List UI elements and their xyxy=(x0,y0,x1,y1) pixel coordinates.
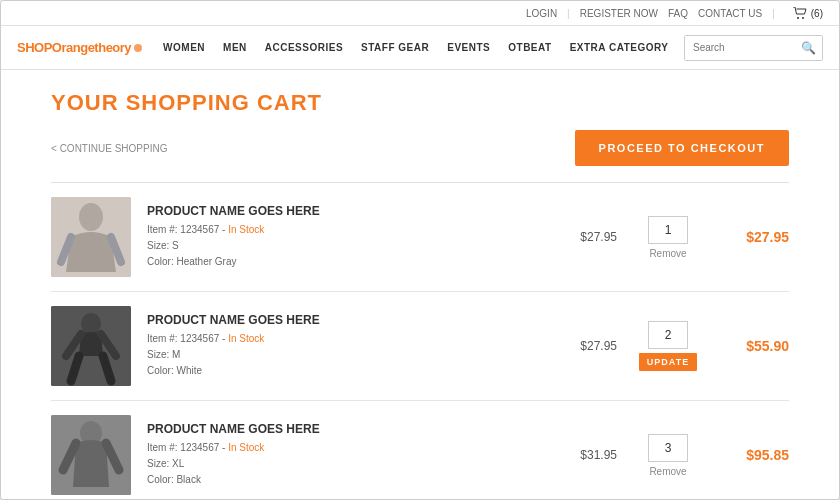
item-meta-1: Item #: 1234567 - In Stock Size: S Color… xyxy=(147,222,541,270)
nav-otbeat[interactable]: OTBEAT xyxy=(508,42,551,53)
logo-brand: Orangetheory xyxy=(52,40,131,55)
product-image-2 xyxy=(51,306,131,386)
item-size-1: Size: S xyxy=(147,238,541,254)
logo-text: SHOPOrangetheory xyxy=(17,40,131,55)
item-details-2: PRODUCT NAME GOES HERE Item #: 1234567 -… xyxy=(147,313,541,379)
qty-input-1[interactable] xyxy=(648,216,688,244)
search-button[interactable]: 🔍 xyxy=(795,36,822,60)
item-meta-3: Item #: 1234567 - In Stock Size: XL Colo… xyxy=(147,440,541,488)
qty-input-2[interactable] xyxy=(648,321,688,349)
update-button-2[interactable]: UPDATE xyxy=(639,353,697,371)
product-silhouette-2 xyxy=(51,306,131,386)
nav-women[interactable]: WOMEN xyxy=(163,42,205,53)
item-price-2: $27.95 xyxy=(557,339,617,353)
item-qty-area-3: Remove xyxy=(633,434,703,477)
main-content: YOUR SHOPPING CART CONTINUE SHOPPING PRO… xyxy=(1,70,839,499)
in-stock-1: In Stock xyxy=(228,224,264,235)
svg-point-1 xyxy=(802,17,804,19)
nav-events[interactable]: EVENTS xyxy=(447,42,490,53)
table-row: PRODUCT NAME GOES HERE Item #: 1234567 -… xyxy=(51,183,789,292)
nav-extra-category[interactable]: EXTRA CATEGORY xyxy=(570,42,669,53)
item-name-2: PRODUCT NAME GOES HERE xyxy=(147,313,541,327)
item-name-3: PRODUCT NAME GOES HERE xyxy=(147,422,541,436)
item-details-1: PRODUCT NAME GOES HERE Item #: 1234567 -… xyxy=(147,204,541,270)
item-total-1: $27.95 xyxy=(719,229,789,245)
checkout-button[interactable]: PROCEED TO CHECKOUT xyxy=(575,130,789,166)
continue-shopping-link[interactable]: CONTINUE SHOPPING xyxy=(51,143,167,154)
item-details-3: PRODUCT NAME GOES HERE Item #: 1234567 -… xyxy=(147,422,541,488)
product-silhouette-1 xyxy=(51,197,131,277)
cart-count: (6) xyxy=(811,8,823,19)
item-total-3: $95.85 xyxy=(719,447,789,463)
product-silhouette-3 xyxy=(51,415,131,495)
app-window: LOGIN | REGISTER NOW FAQ CONTACT US | (6… xyxy=(0,0,840,500)
logo-shop: SHOP xyxy=(17,40,52,55)
item-price-3: $31.95 xyxy=(557,448,617,462)
item-size-3: Size: XL xyxy=(147,456,541,472)
item-number-3: Item #: 1234567 - In Stock xyxy=(147,440,541,456)
logo[interactable]: SHOPOrangetheory xyxy=(17,40,143,55)
item-color-1: Color: Heather Gray xyxy=(147,254,541,270)
item-total-2: $55.90 xyxy=(719,338,789,354)
cart-icon xyxy=(793,7,807,19)
item-color-3: Color: Black xyxy=(147,472,541,488)
login-link[interactable]: LOGIN xyxy=(526,8,557,19)
item-number-1: Item #: 1234567 - In Stock xyxy=(147,222,541,238)
cart-items: PRODUCT NAME GOES HERE Item #: 1234567 -… xyxy=(51,182,789,499)
search-area: 🔍 xyxy=(684,35,823,61)
item-color-2: Color: White xyxy=(147,363,541,379)
remove-link-1[interactable]: Remove xyxy=(649,248,686,259)
nav-accessories[interactable]: ACCESSORIES xyxy=(265,42,343,53)
item-number-2: Item #: 1234567 - In Stock xyxy=(147,331,541,347)
table-row: PRODUCT NAME GOES HERE Item #: 1234567 -… xyxy=(51,292,789,401)
divider-2: | xyxy=(772,8,775,19)
item-size-2: Size: M xyxy=(147,347,541,363)
nav-men[interactable]: MEN xyxy=(223,42,247,53)
remove-link-3[interactable]: Remove xyxy=(649,466,686,477)
divider-1: | xyxy=(567,8,570,19)
in-stock-2: In Stock xyxy=(228,333,264,344)
product-image-3 xyxy=(51,415,131,495)
svg-point-2 xyxy=(134,44,142,52)
nav-links: WOMEN MEN ACCESSORIES STAFF GEAR EVENTS … xyxy=(163,42,684,53)
register-link[interactable]: REGISTER NOW xyxy=(580,8,658,19)
nav-staff-gear[interactable]: STAFF GEAR xyxy=(361,42,429,53)
item-meta-2: Item #: 1234567 - In Stock Size: M Color… xyxy=(147,331,541,379)
top-bar: LOGIN | REGISTER NOW FAQ CONTACT US | (6… xyxy=(1,1,839,26)
contact-link[interactable]: CONTACT US xyxy=(698,8,762,19)
item-name-1: PRODUCT NAME GOES HERE xyxy=(147,204,541,218)
nav-bar: SHOPOrangetheory WOMEN MEN ACCESSORIES S… xyxy=(1,26,839,70)
qty-input-3[interactable] xyxy=(648,434,688,462)
svg-point-4 xyxy=(79,203,103,231)
item-qty-area-2: UPDATE xyxy=(633,321,703,371)
item-qty-area-1: Remove xyxy=(633,216,703,259)
cart-actions: CONTINUE SHOPPING PROCEED TO CHECKOUT xyxy=(51,130,789,166)
cart-icon-area[interactable]: (6) xyxy=(793,7,823,19)
product-image-1 xyxy=(51,197,131,277)
page-title: YOUR SHOPPING CART xyxy=(51,90,789,116)
table-row: PRODUCT NAME GOES HERE Item #: 1234567 -… xyxy=(51,401,789,499)
logo-icon xyxy=(133,43,143,53)
in-stock-3: In Stock xyxy=(228,442,264,453)
item-price-1: $27.95 xyxy=(557,230,617,244)
svg-point-0 xyxy=(797,17,799,19)
search-input[interactable] xyxy=(685,36,795,60)
faq-link[interactable]: FAQ xyxy=(668,8,688,19)
